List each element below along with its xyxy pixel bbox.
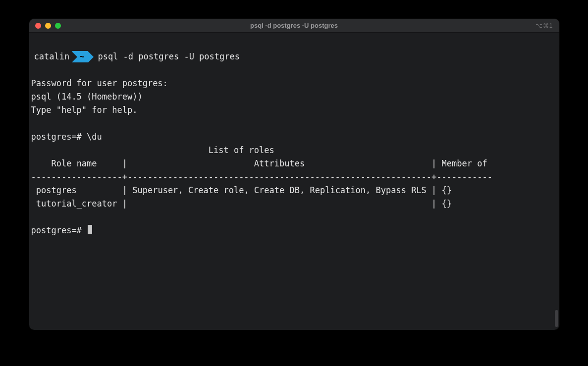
cell-member: {} (442, 199, 452, 209)
zoom-icon[interactable] (55, 23, 61, 29)
psql-prompt: postgres=# (31, 225, 82, 235)
table-title: List of roles (209, 145, 274, 155)
close-icon[interactable] (35, 23, 41, 29)
minimize-icon[interactable] (45, 23, 51, 29)
password-prompt: Password for user postgres: (31, 78, 168, 88)
table-row: postgres | Superuser, Create role, Creat… (36, 185, 452, 195)
table-header-member: Member of (442, 158, 487, 168)
cell-attributes: Superuser, Create role, Create DB, Repli… (132, 185, 427, 195)
prompt-user: catalin (31, 50, 73, 63)
window-controls (29, 23, 61, 29)
table-separator: ------------------+---------------------… (31, 172, 492, 182)
cursor-icon (88, 225, 92, 234)
scrollbar-thumb[interactable] (555, 310, 558, 327)
terminal-window: psql -d postgres -U postgres ⌥⌘1 catalin… (29, 19, 559, 330)
table-row: tutorial_creator | | {} (36, 199, 452, 209)
prompt-cwd-badge: ~ (72, 51, 94, 62)
titlebar: psql -d postgres -U postgres ⌥⌘1 (29, 19, 559, 33)
pane-indicator: ⌥⌘1 (535, 22, 553, 29)
window-title: psql -d postgres -U postgres (29, 22, 559, 29)
psql-version: psql (14.5 (Homebrew)) (31, 92, 143, 102)
shell-command: psql -d postgres -U postgres (94, 50, 240, 63)
psql-help-hint: Type "help" for help. (31, 105, 138, 115)
psql-command: \du (87, 132, 102, 142)
chevron-right-icon (88, 52, 94, 62)
cell-role: tutorial_creator (36, 199, 117, 209)
shell-prompt-line: catalin~psql -d postgres -U postgres (31, 50, 557, 63)
table-header-role: Role name (51, 158, 97, 168)
psql-prompt: postgres=# (31, 132, 82, 142)
cell-role: postgres (36, 185, 77, 195)
table-header-attributes: Attributes (254, 158, 305, 168)
cell-member: {} (442, 185, 452, 195)
terminal-body[interactable]: catalin~psql -d postgres -U postgres Pas… (29, 33, 559, 330)
